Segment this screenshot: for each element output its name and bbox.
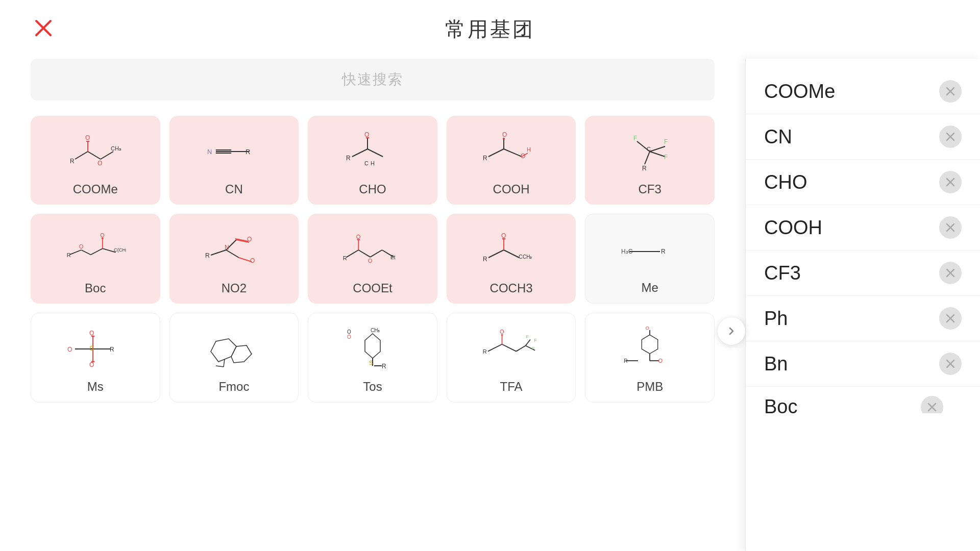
svg-text:F: F (534, 338, 537, 343)
svg-marker-99 (365, 334, 380, 358)
svg-text:R: R (66, 252, 70, 258)
grid-item-fmoc[interactable]: Fmoc (169, 313, 299, 403)
svg-text:C: C (519, 254, 523, 260)
next-arrow-button[interactable] (718, 317, 745, 345)
grid-item-ms[interactable]: S O O O R Ms (31, 313, 160, 403)
grid-item-me[interactable]: H₃C R Me (585, 214, 715, 304)
svg-line-36 (645, 152, 650, 164)
remove-cho-button[interactable] (939, 171, 962, 193)
svg-marker-95 (211, 339, 236, 362)
search-bar[interactable]: 快速搜索 (31, 59, 715, 101)
left-panel: 快速搜索 R O O CH₃ (0, 59, 745, 551)
remove-cooh-button[interactable] (939, 216, 962, 239)
grid-item-cooet[interactable]: R O O Et COOEt (308, 214, 437, 304)
remove-bn-button[interactable] (939, 353, 962, 375)
svg-text:R: R (205, 252, 210, 259)
svg-line-2 (75, 152, 88, 159)
grid-item-no2[interactable]: R N O O NO2 (169, 214, 299, 304)
list-item-label-boc-partial: Boc (764, 396, 797, 413)
list-item-label-cooh: COOH (764, 217, 822, 239)
svg-line-73 (488, 250, 504, 258)
list-item-boc-partial[interactable]: Boc (746, 387, 980, 413)
svg-text:O: O (67, 346, 72, 353)
svg-text:S: S (89, 344, 94, 352)
svg-text:O: O (364, 131, 369, 138)
svg-line-44 (81, 250, 90, 255)
svg-line-25 (488, 149, 504, 157)
svg-text:R: R (642, 165, 647, 172)
svg-text:H₃C: H₃C (621, 248, 633, 255)
grid-item-cooh[interactable]: R O O H COOH (447, 116, 576, 205)
remove-ph-button[interactable] (939, 307, 962, 330)
svg-text:O: O (347, 334, 351, 340)
grid-item-coome[interactable]: R O O CH₃ COOMe (31, 116, 160, 205)
grid-item-tfa[interactable]: R O F F F TFA (447, 313, 576, 403)
grid-label-tos: Tos (363, 380, 382, 394)
grid-label-pmb: PMB (636, 380, 663, 394)
svg-text:O: O (247, 236, 252, 243)
grid-label-cho: CHO (359, 182, 386, 196)
list-item-label-cn: CN (764, 126, 792, 148)
svg-line-107 (487, 344, 502, 352)
svg-line-57 (226, 250, 239, 258)
list-item-cf3[interactable]: CF3 (746, 251, 980, 296)
svg-text:O: O (501, 232, 506, 239)
svg-text:O: O (89, 361, 94, 368)
page-title: 常用基团 (445, 15, 535, 43)
list-item-bn[interactable]: Bn (746, 341, 980, 387)
grid-item-pmb[interactable]: O O R PMB (585, 313, 715, 403)
svg-text:O: O (85, 134, 90, 141)
svg-text:H: H (371, 160, 375, 166)
grid-label-ms: Ms (87, 380, 104, 394)
grid-item-cn[interactable]: N R CN (169, 116, 299, 205)
remove-cn-button[interactable] (939, 126, 962, 148)
svg-line-17 (352, 149, 368, 157)
grid-label-cf3: CF3 (639, 182, 662, 196)
list-item-ph[interactable]: Ph (746, 296, 980, 341)
grid-label-cn: CN (225, 182, 243, 196)
grid-item-boc[interactable]: R O O C(CH₃)₃ Boc (31, 214, 160, 304)
list-item-label-coome: COOMe (764, 81, 835, 103)
svg-text:R: R (343, 255, 347, 261)
svg-text:O: O (79, 243, 83, 249)
svg-text:N: N (225, 244, 229, 251)
svg-text:O: O (658, 358, 663, 364)
grid-label-me: Me (642, 281, 658, 295)
svg-text:R: R (483, 155, 487, 162)
list-item-cooh[interactable]: COOH (746, 205, 980, 251)
grid-item-cf3[interactable]: F F F R C CF3 (585, 116, 715, 205)
svg-text:O: O (97, 160, 102, 167)
list-item-label-cho: CHO (764, 171, 807, 193)
svg-text:R: R (246, 148, 250, 156)
remove-coome-button[interactable] (939, 80, 962, 103)
svg-text:O: O (502, 131, 507, 138)
grid-item-tos[interactable]: S O O R CH₃ Tos (308, 313, 437, 403)
svg-text:R: R (110, 346, 114, 353)
svg-line-26 (504, 149, 522, 157)
grid-label-cooh: COOH (493, 182, 530, 196)
list-item-label-cf3: CF3 (764, 262, 801, 284)
svg-line-113 (525, 340, 530, 346)
remove-cf3-button[interactable] (939, 262, 962, 284)
list-item-cho[interactable]: CHO (746, 160, 980, 205)
grid-label-cooet: COOEt (353, 281, 392, 295)
svg-line-98 (216, 366, 224, 367)
remove-boc-partial-button[interactable] (921, 396, 943, 413)
grid-item-cho[interactable]: R C H O CHO (308, 116, 437, 205)
molecule-grid: R O O CH₃ COOMe N (31, 116, 715, 403)
grid-item-coch3[interactable]: R O C CH₃ COCH3 (447, 214, 576, 304)
list-item-cn[interactable]: CN (746, 114, 980, 160)
grid-label-coch3: COCH3 (490, 281, 533, 295)
svg-line-64 (358, 250, 370, 257)
svg-text:O: O (356, 234, 361, 240)
grid-label-no2: NO2 (222, 281, 247, 295)
list-item-coome[interactable]: COOMe (746, 69, 980, 114)
svg-text:Et: Et (390, 255, 396, 260)
svg-line-18 (368, 149, 383, 157)
svg-text:H: H (527, 146, 531, 153)
close-button[interactable] (31, 15, 56, 41)
svg-text:O: O (500, 329, 504, 335)
svg-text:C(CH₃)₃: C(CH₃)₃ (114, 247, 126, 253)
svg-text:F: F (633, 135, 637, 142)
svg-line-63 (347, 250, 358, 257)
